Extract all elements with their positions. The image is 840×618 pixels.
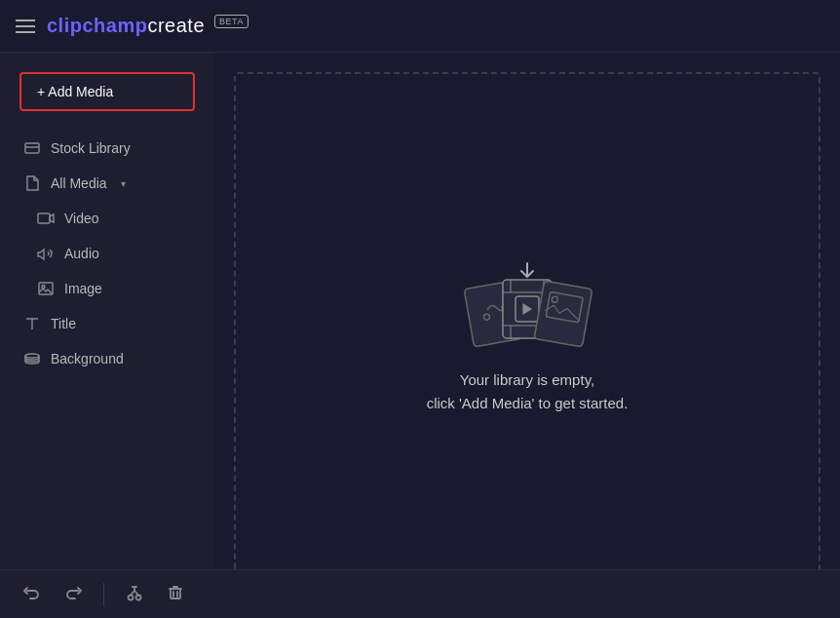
image-label: Image [64, 281, 102, 296]
redo-icon [64, 584, 82, 601]
cut-icon [126, 584, 143, 601]
delete-button[interactable] [159, 578, 192, 611]
app-logo: clipchampcreate BETA [47, 15, 248, 37]
svg-rect-1 [38, 213, 50, 223]
svg-rect-16 [534, 281, 592, 347]
main-layout: + Add Media Stock Library All Media ▾ [0, 53, 840, 618]
media-panel: Your library is empty, click 'Add Media'… [234, 72, 821, 599]
audio-label: Audio [64, 246, 99, 261]
hamburger-menu[interactable] [16, 19, 35, 33]
cut-button[interactable] [118, 578, 151, 611]
all-media-label: All Media [51, 175, 107, 191]
svg-rect-0 [25, 143, 39, 153]
undo-button[interactable] [16, 578, 49, 611]
all-media-arrow: ▾ [121, 178, 126, 189]
logo-create: create [147, 15, 205, 36]
delete-icon [167, 584, 184, 601]
title-icon [23, 315, 41, 332]
svg-point-3 [42, 286, 45, 289]
empty-state-text: Your library is empty, click 'Add Media'… [427, 368, 629, 415]
background-icon [23, 350, 41, 367]
logo-area: clipchampcreate BETA [16, 15, 248, 37]
title-label: Title [51, 316, 76, 331]
sidebar-item-image[interactable]: Image [0, 271, 214, 306]
app-header: clipchampcreate BETA [0, 0, 840, 53]
sidebar-item-stock-library[interactable]: Stock Library [0, 131, 214, 166]
image-icon [37, 280, 55, 297]
audio-icon [37, 245, 55, 262]
sidebar-item-all-media[interactable]: All Media ▾ [0, 166, 214, 201]
sidebar-item-audio[interactable]: Audio [0, 236, 214, 271]
empty-line2: click 'Add Media' to get started. [427, 392, 629, 415]
video-label: Video [64, 211, 99, 226]
add-media-button[interactable]: + Add Media [19, 72, 195, 111]
undo-icon [23, 584, 41, 601]
redo-button[interactable] [57, 578, 90, 611]
svg-rect-21 [171, 589, 180, 599]
stock-icon [23, 139, 41, 157]
svg-point-4 [25, 354, 39, 358]
sidebar-item-video[interactable]: Video [0, 201, 214, 236]
video-icon [37, 210, 55, 227]
beta-badge: BETA [214, 15, 248, 28]
sidebar-item-background[interactable]: Background [0, 341, 214, 376]
stock-library-label: Stock Library [51, 140, 131, 156]
empty-library-illustration [459, 255, 595, 353]
bottom-toolbar [0, 569, 840, 618]
sidebar: + Add Media Stock Library All Media ▾ [0, 53, 214, 618]
empty-line1: Your library is empty, [427, 368, 629, 392]
sidebar-item-title[interactable]: Title [0, 306, 214, 341]
content-area: Your library is empty, click 'Add Media'… [214, 53, 840, 618]
background-label: Background [51, 351, 124, 367]
toolbar-divider [103, 583, 104, 606]
file-icon [23, 174, 41, 192]
logo-clip: clipchamp [47, 15, 147, 36]
